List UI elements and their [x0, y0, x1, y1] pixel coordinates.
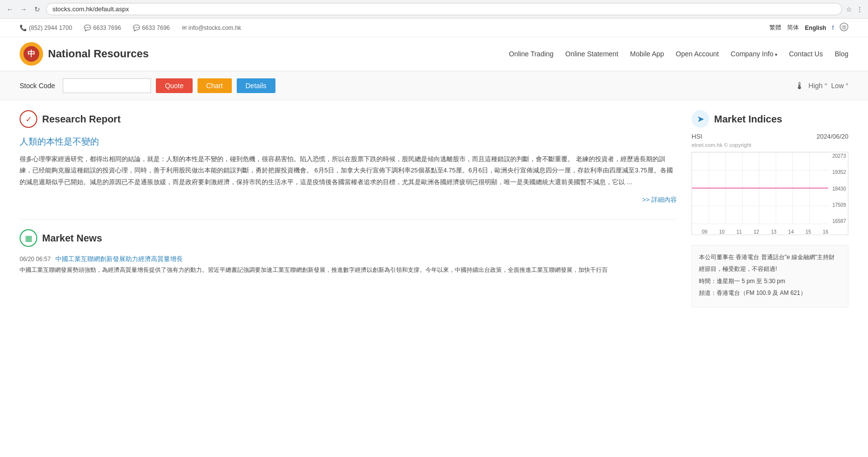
- y-label-2: 18430: [832, 186, 846, 192]
- temp-low: Low °: [831, 82, 848, 90]
- thermometer-icon: 🌡: [795, 80, 805, 92]
- top-contact-bar: 📞 (852) 2944 1700 💬 6633 7696 💬 6633 769…: [0, 19, 868, 37]
- news-body: 中國工業互聯網發展勢頭強勁，為經濟高質量增長提供了強有力的動力。習近平總書記強調…: [20, 265, 677, 275]
- market-news-section: ▦ Market News 06/20 06:57 中國工業互聯網創新發展助力經…: [20, 229, 677, 275]
- nav-online-statement[interactable]: Online Statement: [565, 50, 618, 58]
- url-text: stocks.com.hk/default.aspx: [52, 5, 129, 13]
- bookmark-icon[interactable]: ☆: [846, 5, 852, 13]
- market-news-title: Market News: [42, 233, 102, 244]
- email-icon: ✉: [182, 24, 187, 31]
- nav-open-account[interactable]: Open Account: [676, 50, 719, 58]
- email-address: info@stocks.com.hk: [189, 24, 242, 31]
- content-left: ✓ Research Report 人類的本性是不變的 很多心理學家經過研究，都…: [20, 110, 692, 308]
- phone-icon: 📞: [20, 24, 27, 31]
- x-label-15: 15: [806, 229, 811, 235]
- stock-code-label: Stock Code: [20, 82, 55, 90]
- news-link[interactable]: 中國工業互聯網創新發展助力經濟高質量增長: [55, 255, 183, 263]
- nav-blog[interactable]: Blog: [835, 50, 848, 58]
- refresh-button[interactable]: ↻: [32, 4, 42, 14]
- x-label-12: 12: [754, 229, 759, 235]
- contact-items: 📞 (852) 2944 1700 💬 6633 7696 💬 6633 769…: [20, 24, 241, 31]
- chart-x-labels: 09 10 11 12 13 14 15 16: [702, 229, 828, 235]
- facebook-icon[interactable]: f: [832, 24, 834, 31]
- back-button[interactable]: ←: [5, 4, 15, 14]
- nav-online-trading[interactable]: Online Trading: [509, 50, 553, 58]
- grid-icon: ▦: [25, 234, 32, 243]
- article-title: 人類的本性是不變的: [20, 136, 677, 147]
- content-right: ➤ Market Indices HSI 2024/06/20 etnet.co…: [692, 110, 848, 308]
- news-date: 06/20 06:57: [20, 256, 50, 263]
- market-chart: [692, 152, 828, 225]
- chart-y-labels: 20273 19352 18430 17509 16587: [830, 152, 848, 225]
- nav-company-info[interactable]: Company Info: [731, 50, 777, 58]
- temp-indicator: 🌡 High ° Low °: [795, 80, 848, 92]
- whatsapp-icon: 💬: [84, 24, 91, 31]
- weibo-icon[interactable]: 微: [840, 23, 848, 33]
- ad-line-1: 本公司董事在 香港電台 普通話台"e 線金融網"主持財: [699, 252, 841, 262]
- forward-button[interactable]: →: [19, 4, 28, 14]
- wechat-number: 6633 7696: [142, 24, 170, 31]
- site-header: 中 National Resources Online Trading Onli…: [0, 37, 868, 72]
- logo-area: 中 National Resources: [20, 42, 149, 66]
- lang-traditional[interactable]: 繁體: [769, 24, 781, 32]
- x-label-09: 09: [702, 229, 707, 235]
- logo-circle: 中: [20, 42, 43, 66]
- market-news-icon-circle: ▦: [20, 229, 37, 247]
- details-button[interactable]: Details: [237, 78, 275, 93]
- ad-box: 本公司董事在 香港電台 普通話台"e 線金融網"主持財 經節目，極受歡迎，不容錯…: [692, 245, 848, 308]
- logo-inner: 中: [24, 46, 39, 62]
- lang-english[interactable]: English: [805, 24, 826, 31]
- y-label-1: 19352: [832, 169, 846, 175]
- y-label-4: 16587: [832, 218, 846, 224]
- copyright-note: etnet.com.hk © copyright: [692, 142, 848, 148]
- lang-social: 繁體 简体 English f 微: [769, 23, 848, 33]
- x-label-13: 13: [771, 229, 776, 235]
- hsi-bar: HSI 2024/06/20: [692, 133, 848, 140]
- ad-line-4: 頻道：香港電台（FM 100.9 及 AM 621）: [699, 288, 841, 298]
- y-label-3: 17509: [832, 202, 846, 208]
- x-label-14: 14: [788, 229, 794, 235]
- checkmark-icon: ✓: [25, 115, 32, 124]
- wechat-icon: 💬: [133, 24, 140, 31]
- index-name: HSI: [692, 133, 702, 140]
- url-bar[interactable]: stocks.com.hk/default.aspx: [46, 3, 842, 15]
- phone-number: (852) 2944 1700: [29, 24, 72, 31]
- market-indices-title: Market Indices: [714, 114, 782, 125]
- market-news-header: ▦ Market News: [20, 229, 677, 247]
- main-content: ✓ Research Report 人類的本性是不變的 很多心理學家經過研究，都…: [0, 100, 868, 317]
- ad-line-2: 經節目，極受歡迎，不容錯過!: [699, 264, 841, 274]
- main-nav: Online Trading Online Statement Mobile A…: [509, 50, 848, 58]
- whatsapp-number: 6633 7696: [93, 24, 121, 31]
- x-label-16: 16: [823, 229, 828, 235]
- chart-container: 20273 19352 18430 17509 16587 09 10 11 1…: [692, 152, 848, 235]
- temp-high: High °: [809, 82, 827, 90]
- index-date: 2024/06/20: [817, 133, 848, 140]
- whatsapp-contact: 💬 6633 7696: [84, 24, 121, 31]
- stock-code-input[interactable]: [63, 78, 151, 93]
- wechat-contact: 💬 6633 7696: [133, 24, 170, 31]
- x-label-10: 10: [719, 229, 724, 235]
- news-meta: 06/20 06:57 中國工業互聯網創新發展助力經濟高質量增長: [20, 255, 677, 264]
- read-more-link[interactable]: >> 詳細內容: [20, 195, 677, 204]
- section-divider: [20, 219, 677, 219]
- stock-search-bar: Stock Code Quote Chart Details 🌡 High ° …: [0, 72, 868, 100]
- lang-simplified[interactable]: 简体: [787, 24, 799, 32]
- ad-line-3: 時間：逢星期一 5 pm 至 5:30 pm: [699, 276, 841, 286]
- research-report-title: Research Report: [42, 114, 121, 125]
- research-report-header: ✓ Research Report: [20, 110, 677, 128]
- nav-contact-us[interactable]: Contact Us: [789, 50, 823, 58]
- quote-button[interactable]: Quote: [156, 78, 192, 93]
- y-label-0: 20273: [832, 153, 846, 159]
- menu-icon[interactable]: ⋮: [856, 5, 863, 13]
- email-contact: ✉ info@stocks.com.hk: [182, 24, 242, 31]
- site-name: National Resources: [48, 48, 149, 60]
- browser-chrome: ← → ↻ stocks.com.hk/default.aspx ☆ ⋮: [0, 0, 868, 19]
- news-item: 06/20 06:57 中國工業互聯網創新發展助力經濟高質量增長 中國工業互聯網…: [20, 255, 677, 275]
- market-indices-header: ➤ Market Indices: [692, 110, 848, 128]
- research-icon-circle: ✓: [20, 110, 37, 128]
- chart-button[interactable]: Chart: [198, 78, 232, 93]
- x-label-11: 11: [737, 229, 742, 235]
- browser-actions: ☆ ⋮: [846, 5, 863, 13]
- article-body: 很多心理學家經過研究，都得出相同的結論，就是：人類的本性是不變的，碰到危機，很容…: [20, 153, 677, 188]
- nav-mobile-app[interactable]: Mobile App: [630, 50, 664, 58]
